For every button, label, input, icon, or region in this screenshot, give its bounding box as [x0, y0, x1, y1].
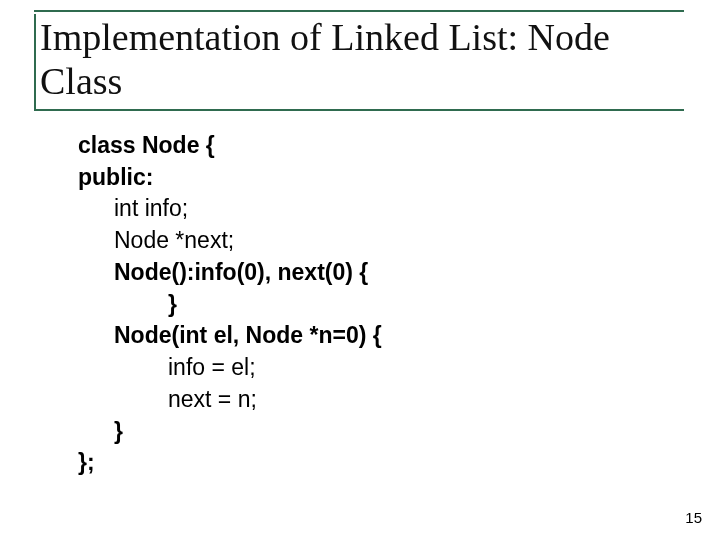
code-line-10: }: [78, 416, 658, 448]
title-block: Implementation of Linked List: Node Clas…: [34, 10, 684, 111]
code-line-11: };: [78, 447, 658, 479]
title-rule-left: Implementation of Linked List: Node Clas…: [34, 14, 684, 109]
code-body: class Node { public: int info; Node *nex…: [78, 130, 658, 479]
code-line-9: next = n;: [78, 384, 658, 416]
code-line-6: }: [78, 289, 658, 321]
title-rule-top: [34, 10, 684, 12]
slide: Implementation of Linked List: Node Clas…: [0, 0, 720, 540]
code-line-4: Node *next;: [78, 225, 658, 257]
code-line-3: int info;: [78, 193, 658, 225]
code-line-1: class Node {: [78, 130, 658, 162]
title-rule-bottom: [34, 109, 684, 111]
code-line-8: info = el;: [78, 352, 658, 384]
code-line-2: public:: [78, 162, 658, 194]
code-line-5: Node():info(0), next(0) {: [78, 257, 658, 289]
slide-title: Implementation of Linked List: Node Clas…: [40, 14, 684, 103]
code-line-7: Node(int el, Node *n=0) {: [78, 320, 658, 352]
page-number: 15: [685, 509, 702, 526]
